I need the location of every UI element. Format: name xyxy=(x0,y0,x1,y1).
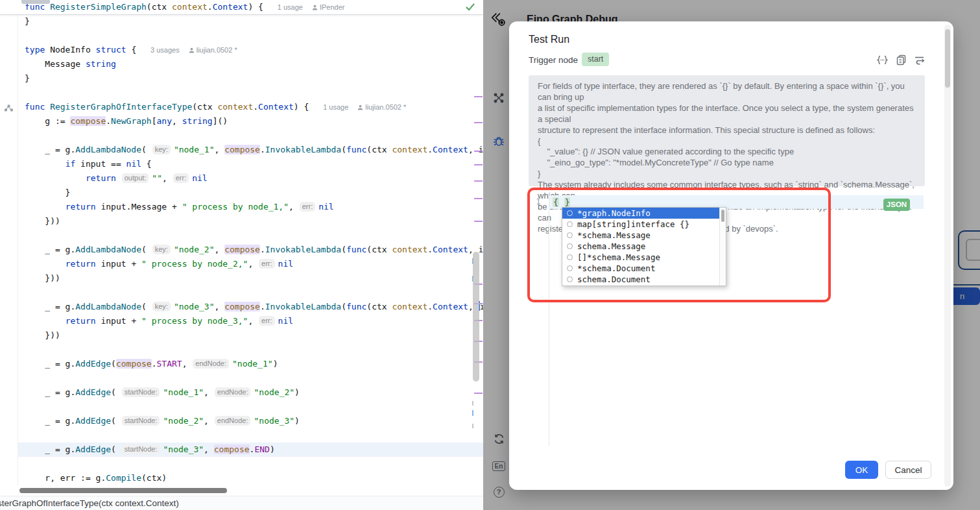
cancel-button[interactable]: Cancel xyxy=(885,461,931,479)
vcs-author-hint: liujian.0502 * xyxy=(189,46,237,54)
code-line[interactable] xyxy=(0,29,483,43)
type-option[interactable]: []*schema.Message xyxy=(562,252,726,263)
type-option-icon xyxy=(567,210,573,216)
code-line[interactable]: return input + " process by node_3,", er… xyxy=(0,314,483,328)
code-line[interactable] xyxy=(0,228,483,243)
code-editor[interactable]: }type NodeInfo struct { 3 usagesliujian.… xyxy=(0,0,483,510)
type-option[interactable]: *graph.NodeInfo xyxy=(562,208,726,219)
vcs-change-tick xyxy=(474,393,483,394)
code-line[interactable] xyxy=(0,128,483,143)
ok-button[interactable]: OK xyxy=(845,461,878,479)
code-line[interactable]: return output:"", err:nil xyxy=(0,171,483,186)
code-line[interactable] xyxy=(0,457,483,471)
code-line[interactable]: })) xyxy=(0,271,483,285)
inspection-ok-icon[interactable] xyxy=(466,2,475,14)
language-badge: JSON xyxy=(883,199,910,211)
code-line[interactable]: _ = g.AddEdge(compose.START, endNode:"no… xyxy=(0,357,483,371)
type-option-label: map[string]interface {} xyxy=(577,219,689,230)
dialog-title: Test Run xyxy=(529,34,569,45)
code-line[interactable]: _ = g.AddEdge( startNode:"node_3", compo… xyxy=(0,443,483,457)
code-line[interactable]: _ = g.AddLambdaNode( key:"node_1", compo… xyxy=(0,143,483,157)
code-line[interactable]: } xyxy=(0,14,483,29)
copy-icon[interactable] xyxy=(895,54,907,66)
breadcrumb[interactable]: sterGraphOfInterfaceType(ctx context.Con… xyxy=(0,496,179,510)
inlay-hint: err: xyxy=(300,202,316,212)
inlay-hint: err: xyxy=(259,259,275,269)
json-editor-gutter-line xyxy=(549,192,549,446)
vcs-change-tick xyxy=(474,198,483,199)
type-option-label: schema.Message xyxy=(577,241,645,252)
vcs-change-tick xyxy=(474,164,483,165)
dialog-scroll-thumb[interactable] xyxy=(945,29,950,88)
code-line[interactable] xyxy=(0,428,483,443)
code-line[interactable] xyxy=(0,285,483,300)
vcs-author-hint: IPender xyxy=(312,3,345,11)
close-brace: } xyxy=(564,197,571,207)
inlay-hint: startNode: xyxy=(122,416,160,426)
code-line[interactable]: r, err := g.Compile(ctx) xyxy=(0,471,483,485)
code-line[interactable]: })) xyxy=(0,214,483,228)
type-option-icon xyxy=(567,265,573,271)
type-autocomplete-dropdown: *graph.NodeInfomap[string]interface {}*s… xyxy=(562,207,726,286)
type-option-label: *schema.Document xyxy=(577,263,655,274)
type-option[interactable]: *schema.Document xyxy=(562,263,726,274)
editor-vertical-scrollbar[interactable] xyxy=(473,252,479,382)
type-option[interactable]: schema.Document xyxy=(562,274,726,285)
code-line[interactable] xyxy=(0,86,483,100)
vcs-author-hint: liujian.0502 * xyxy=(357,103,406,111)
code-line[interactable]: _ = g.AddEdge( startNode:"node_1", endNo… xyxy=(0,385,483,400)
code-line[interactable]: Message string xyxy=(0,57,483,71)
type-option-label: *schema.Message xyxy=(577,230,651,241)
inlay-hint: err: xyxy=(173,173,189,183)
dialog-scrollbar[interactable] xyxy=(944,25,951,487)
code-line[interactable] xyxy=(0,400,483,414)
code-line[interactable]: _ = g.AddLambdaNode( key:"node_2", compo… xyxy=(0,243,483,257)
sticky-function-header[interactable]: func RegisterSimpleGraph(ctx context.Con… xyxy=(0,0,483,15)
vcs-change-stripe xyxy=(472,0,483,485)
dropdown-scrollbar[interactable] xyxy=(719,208,726,285)
wrap-revert-icon[interactable] xyxy=(913,54,926,66)
code-line[interactable] xyxy=(0,371,483,385)
inlay-hint: startNode: xyxy=(122,444,160,454)
vcs-change-tick xyxy=(474,122,483,123)
code-line[interactable]: return input + " process by node_2,", er… xyxy=(0,257,483,271)
code-line[interactable]: g := compose.NewGraph[any, string]() xyxy=(0,114,483,128)
inlay-hint: endNode: xyxy=(193,359,229,369)
inlay-hint: endNode: xyxy=(215,416,251,426)
screen: }type NodeInfo struct { 3 usagesliujian.… xyxy=(0,0,980,510)
open-brace: { xyxy=(553,197,559,207)
code-line[interactable] xyxy=(0,343,483,357)
code-line[interactable]: if input == nil { xyxy=(0,157,483,171)
usage-hint: 1 usage xyxy=(278,3,303,11)
vcs-change-tick xyxy=(474,221,483,222)
trigger-node-badge: start xyxy=(582,53,609,66)
code-line[interactable]: type NodeInfo struct { 3 usagesliujian.0… xyxy=(0,43,483,57)
code-line[interactable]: } xyxy=(0,186,483,200)
inlay-hint: startNode: xyxy=(122,387,160,397)
json-editor-line-number: 1 xyxy=(536,197,541,206)
inlay-hint: key: xyxy=(152,245,171,254)
type-option[interactable]: *schema.Message xyxy=(562,230,726,241)
author-icon xyxy=(357,104,363,110)
editor-horizontal-scrollbar[interactable] xyxy=(19,488,227,493)
type-option-icon xyxy=(567,243,573,249)
type-option-icon xyxy=(567,276,573,282)
type-option-label: []*schema.Message xyxy=(577,252,660,263)
author-icon xyxy=(189,47,195,53)
trigger-node-label: Trigger node xyxy=(529,55,578,65)
code-line[interactable]: } xyxy=(0,71,483,86)
graph-gutter-icon[interactable] xyxy=(4,103,14,115)
vcs-change-tick xyxy=(474,151,483,152)
code-line[interactable]: func RegisterGraphOfInterfaceType(ctx co… xyxy=(0,100,483,114)
code-line[interactable]: _ = g.AddLambdaNode( key:"node_3", compo… xyxy=(0,300,483,314)
type-option[interactable]: schema.Message xyxy=(562,241,726,252)
code-line[interactable]: return input.Message + " process by node… xyxy=(0,200,483,214)
format-json-icon[interactable] xyxy=(876,54,889,66)
type-option-icon xyxy=(567,221,573,227)
breadcrumb-bar: sterGraphOfInterfaceType(ctx context.Con… xyxy=(0,496,483,510)
type-option[interactable]: map[string]interface {} xyxy=(562,219,726,230)
caret-mark-tick xyxy=(472,410,473,416)
code-line[interactable]: })) xyxy=(0,328,483,343)
stripe-mark xyxy=(472,401,473,406)
code-line[interactable]: _ = g.AddEdge( startNode:"node_2", endNo… xyxy=(0,414,483,428)
